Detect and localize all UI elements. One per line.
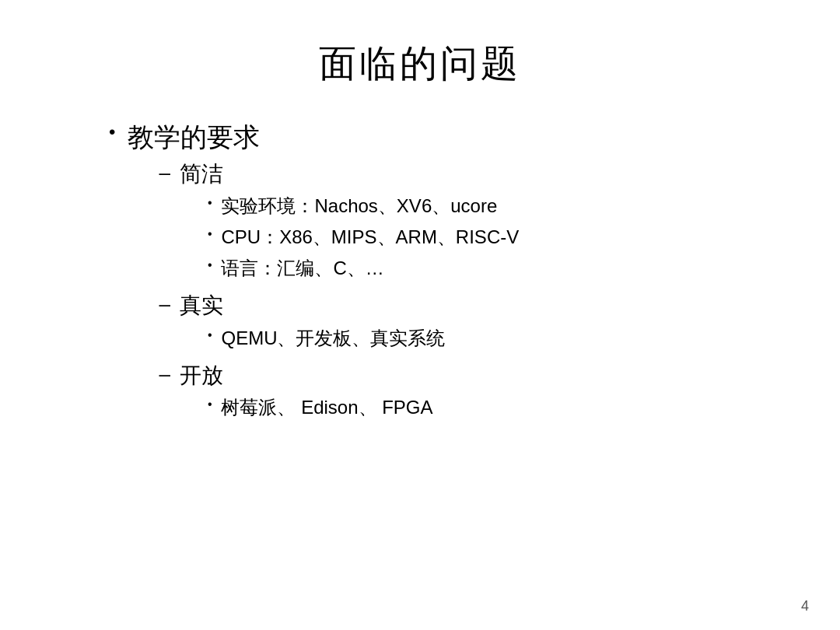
list-item-level3-env: • 实验环境：Nachos、XV6、ucore (208, 192, 519, 220)
list-item-level3-lang: • 语言：汇编、C、… (208, 254, 519, 282)
bullet-icon: • (109, 121, 115, 143)
level2-text-open: 开放 (180, 363, 223, 387)
small-bullet-icon-4: • (208, 328, 212, 342)
small-bullet-icon-2: • (208, 227, 212, 241)
small-bullet-icon: • (208, 196, 212, 210)
list-item-level3-devices: • 树莓派、 Edison、 FPGA (208, 394, 433, 422)
level3-text-devices: 树莓派、 Edison、 FPGA (221, 394, 432, 422)
dash-icon: – (159, 159, 170, 187)
list-item-level3-cpu: • CPU：X86、MIPS、ARM、RISC-V (208, 223, 519, 251)
level3-items-simple: • 实验环境：Nachos、XV6、ucore • CPU：X86、MIPS、A… (180, 192, 519, 282)
small-bullet-icon-3: • (208, 258, 212, 272)
level3-text-qemu: QEMU、开发板、真实系统 (221, 324, 445, 352)
small-bullet-icon-5: • (208, 397, 212, 411)
level3-text-lang: 语言：汇编、C、… (221, 254, 383, 282)
list-item-level2-real: – 真实 • QEMU、开发板、真实系统 (159, 290, 519, 355)
slide: 面临的问题 • 教学的要求 – 简洁 • 实验环 (0, 0, 840, 630)
level3-text-cpu: CPU：X86、MIPS、ARM、RISC-V (221, 223, 519, 251)
level3-text-env: 实验环境：Nachos、XV6、ucore (221, 192, 497, 220)
list-item-level1: • 教学的要求 – 简洁 • 实验环境：Nachos、XV6、ucore (109, 120, 778, 429)
level2-text-simple: 简洁 (180, 162, 223, 186)
list-item-level3-qemu: • QEMU、开发板、真实系统 (208, 324, 446, 352)
level3-items-open: • 树莓派、 Edison、 FPGA (180, 394, 433, 422)
level2-items: – 简洁 • 实验环境：Nachos、XV6、ucore • CPU： (128, 159, 519, 425)
level2-text-real: 真实 (180, 293, 223, 317)
list-item-level2-open: – 开放 • 树莓派、 Edison、 FPGA (159, 360, 519, 425)
content-area: • 教学的要求 – 简洁 • 实验环境：Nachos、XV6、ucore (62, 120, 778, 429)
list-item-level2-simple: – 简洁 • 实验环境：Nachos、XV6、ucore • CPU： (159, 159, 519, 285)
dash-icon-3: – (159, 360, 170, 388)
slide-title: 面临的问题 (62, 39, 778, 89)
slide-number: 4 (801, 598, 809, 614)
level3-items-real: • QEMU、开发板、真实系统 (180, 324, 446, 352)
dash-icon-2: – (159, 290, 170, 318)
level1-text-teaching: 教学的要求 (128, 122, 260, 152)
